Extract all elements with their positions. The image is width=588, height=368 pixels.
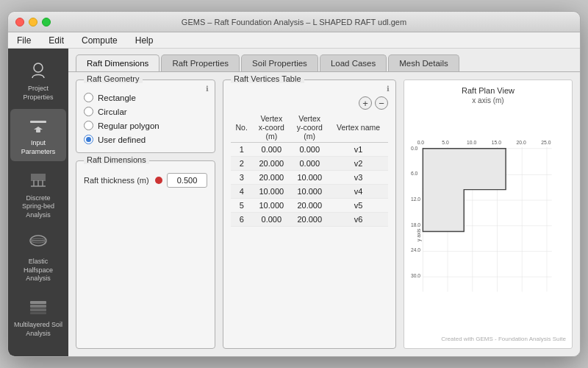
svg-rect-19 — [30, 312, 46, 314]
minimize-button[interactable] — [29, 18, 37, 26]
menu-file[interactable]: File — [14, 35, 34, 46]
table-row: 10.0000.000v1 — [231, 143, 388, 157]
svg-text:15.0: 15.0 — [492, 140, 501, 145]
tab-bar: Raft Dimensions Raft Properties Soil Pro… — [68, 49, 580, 71]
table-toolbar: + − — [231, 96, 388, 110]
radio-circle-regular-polygon — [84, 121, 93, 130]
radio-user-defined[interactable]: User defined — [84, 132, 207, 146]
sidebar-label-input-parameters: InputParameters — [21, 139, 56, 156]
menu-edit[interactable]: Edit — [46, 35, 67, 46]
svg-text:0.0: 0.0 — [411, 146, 418, 151]
project-properties-icon — [26, 59, 50, 82]
sidebar-item-multilayered-soil[interactable]: Multilayered SoilAnalysis — [10, 291, 66, 342]
table-row: 320.00010.000v3 — [231, 171, 388, 185]
tab-mesh-details[interactable]: Mesh Details — [388, 54, 459, 71]
panel-right: Raft Plan View x axis (m) 0.0 5.0 10.0 1… — [404, 79, 573, 349]
table-row: 60.00020.000v6 — [231, 213, 388, 227]
raft-shape-polygon — [423, 149, 506, 232]
sidebar-label-discrete-spring: DiscreteSpring-bedAnalysis — [22, 194, 54, 220]
svg-text:18.0: 18.0 — [411, 222, 420, 227]
sidebar-item-discrete-spring[interactable]: DiscreteSpring-bedAnalysis — [10, 164, 66, 224]
discrete-spring-icon — [26, 169, 50, 192]
input-parameters-icon — [26, 113, 50, 137]
add-vertex-button[interactable]: + — [359, 96, 372, 110]
panel-middle: Raft Vertices Table ℹ + − No. — [223, 79, 396, 349]
svg-text:6.0: 6.0 — [411, 171, 418, 176]
menu-compute[interactable]: Compute — [79, 35, 121, 46]
menu-bar: File Edit Compute Help — [8, 32, 580, 49]
tab-content-raft-dimensions: Raft Geometry ℹ Rectangle Circular — [68, 71, 580, 356]
tab-soil-properties[interactable]: Soil Properties — [241, 54, 318, 71]
raft-dimensions-title: Raft Dimensions — [84, 155, 149, 164]
table-row: 410.00010.000v4 — [231, 185, 388, 199]
svg-rect-18 — [30, 308, 46, 311]
app-window: GEMS – Raft Foundation Analysis – L SHAP… — [7, 11, 581, 357]
multilayered-soil-icon — [26, 295, 50, 319]
radio-rectangle[interactable]: Rectangle — [84, 91, 207, 105]
vertex-table: No. Vertexx-coord(m) Vertexy-coord(m) Ve… — [231, 113, 388, 227]
radio-circle-circular — [84, 107, 93, 116]
sidebar-item-elastic-halfspace[interactable]: ElasticHalfspaceAnalysis — [10, 227, 66, 288]
svg-rect-1 — [30, 121, 46, 123]
sidebar-item-project-properties[interactable]: ProjectProperties — [10, 54, 66, 106]
sidebar-label-project-properties: ProjectProperties — [23, 85, 53, 102]
radio-circle-rectangle — [84, 93, 93, 102]
title-bar: GEMS – Raft Foundation Analysis – L SHAP… — [8, 12, 580, 32]
required-indicator — [155, 177, 162, 184]
elastic-halfspace-icon — [26, 232, 50, 255]
svg-text:24.0: 24.0 — [411, 247, 420, 252]
svg-text:y axis: y axis — [416, 228, 422, 241]
sidebar-item-input-parameters[interactable]: InputParameters — [10, 109, 66, 160]
close-button[interactable] — [15, 18, 24, 26]
raft-geometry-info-icon[interactable]: ℹ — [206, 85, 209, 93]
svg-marker-2 — [34, 127, 43, 130]
thickness-label: Raft thickness (m) — [84, 176, 151, 185]
col-header-no: No. — [231, 113, 252, 143]
group-raft-dimensions: Raft Dimensions Raft thickness (m) — [76, 160, 215, 349]
thickness-input[interactable] — [167, 173, 207, 188]
vertex-table-info-icon[interactable]: ℹ — [387, 85, 390, 93]
svg-text:5.0: 5.0 — [442, 140, 449, 145]
zoom-button[interactable] — [42, 18, 51, 26]
sidebar-label-multilayered-soil: Multilayered SoilAnalysis — [14, 321, 62, 338]
table-row: 510.00020.000v5 — [231, 199, 388, 213]
raft-geometry-options: Rectangle Circular Regular polygon — [84, 91, 207, 146]
raft-plan-view: Raft Plan View x axis (m) 0.0 5.0 10.0 1… — [404, 79, 573, 349]
traffic-lights — [15, 18, 51, 26]
vertex-table-container: + − No. Vertexx-coord(m) Vertexy-coord(m… — [231, 96, 388, 342]
group-vertex-table: Raft Vertices Table ℹ + − No. — [223, 79, 396, 349]
remove-vertex-button[interactable]: − — [375, 96, 388, 110]
col-header-x: Vertexx-coord(m) — [252, 113, 290, 143]
raft-dimensions-inner: Raft thickness (m) — [84, 173, 207, 188]
svg-rect-3 — [36, 130, 40, 132]
plan-view-title: Raft Plan View — [410, 86, 566, 95]
svg-text:12.0: 12.0 — [411, 197, 420, 202]
raft-geometry-title: Raft Geometry — [84, 74, 143, 83]
svg-rect-16 — [30, 301, 46, 304]
sidebar: ProjectProperties InputParameters — [8, 49, 68, 356]
svg-point-0 — [34, 63, 43, 72]
plan-view-svg: 0.0 5.0 10.0 15.0 20.0 25.0 y axis — [410, 107, 566, 334]
tab-raft-dimensions[interactable]: Raft Dimensions — [76, 54, 159, 71]
radio-regular-polygon[interactable]: Regular polygon — [84, 118, 207, 132]
content-area: Raft Dimensions Raft Properties Soil Pro… — [68, 49, 580, 356]
panel-left: Raft Geometry ℹ Rectangle Circular — [76, 79, 215, 349]
sidebar-label-elastic-halfspace: ElasticHalfspaceAnalysis — [24, 258, 53, 283]
svg-text:0.0: 0.0 — [417, 140, 425, 145]
svg-text:10.0: 10.0 — [467, 140, 476, 145]
window-title: GEMS – Raft Foundation Analysis – L SHAP… — [182, 18, 406, 26]
col-header-y: Vertexy-coord(m) — [290, 113, 329, 143]
thickness-row: Raft thickness (m) — [84, 173, 207, 188]
tab-load-cases[interactable]: Load Cases — [320, 54, 387, 71]
radio-circle-user-defined — [84, 135, 93, 144]
svg-text:20.0: 20.0 — [517, 140, 526, 145]
menu-help[interactable]: Help — [132, 35, 157, 46]
group-raft-geometry: Raft Geometry ℹ Rectangle Circular — [76, 79, 215, 153]
svg-rect-17 — [30, 305, 46, 308]
main-content: ProjectProperties InputParameters — [8, 49, 580, 356]
plan-view-watermark: Created with GEMS - Foundation Analysis … — [410, 334, 566, 342]
plan-view-x-axis-label: x axis (m) — [410, 96, 566, 105]
col-header-name: Vertex name — [329, 113, 388, 143]
radio-circular[interactable]: Circular — [84, 105, 207, 118]
tab-raft-properties[interactable]: Raft Properties — [161, 54, 240, 71]
